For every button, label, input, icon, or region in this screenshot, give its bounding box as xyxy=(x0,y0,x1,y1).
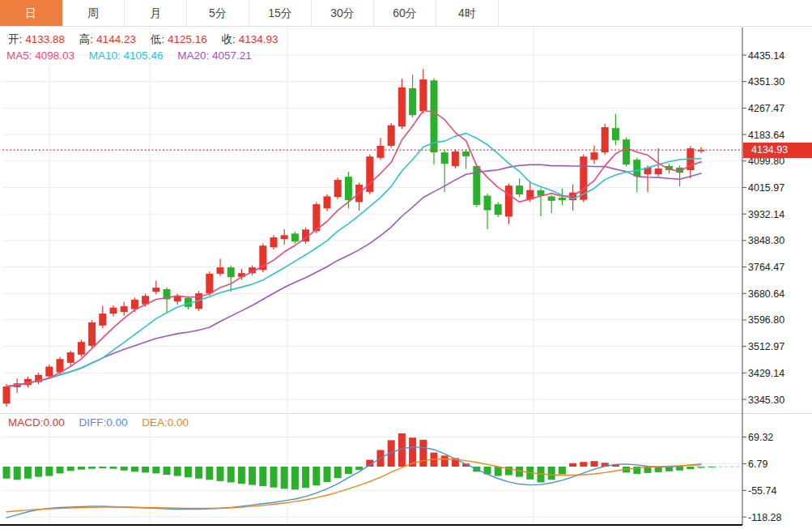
axis-tick-label: 3596.80 xyxy=(748,314,784,326)
ma10-line xyxy=(6,134,701,387)
candle-body xyxy=(45,367,53,377)
diff-value: DIFF:0.00 xyxy=(79,416,128,429)
macd-bar xyxy=(238,467,245,484)
ma20-value: MA20: 4057.21 xyxy=(177,49,252,62)
macd-value: MACD:0.00 xyxy=(8,416,65,429)
ma5-line xyxy=(6,111,701,387)
candle-body xyxy=(334,180,342,197)
macd-bar xyxy=(259,467,266,486)
high-label: 高: xyxy=(79,33,93,45)
candle-body xyxy=(3,386,11,403)
axis-tick-label: 3848.30 xyxy=(748,235,784,246)
candle-body xyxy=(324,196,331,208)
candle-body xyxy=(441,152,449,164)
macd-bar xyxy=(569,463,576,467)
candle-body xyxy=(270,237,278,247)
macd-bar xyxy=(312,467,320,485)
macd-bar xyxy=(548,467,555,480)
macd-bar xyxy=(270,467,278,488)
macd-bar xyxy=(164,467,171,475)
macd-bar xyxy=(419,440,427,467)
macd-bar xyxy=(217,467,224,481)
candle-body xyxy=(99,314,106,326)
candle-body xyxy=(516,186,523,194)
candle-body xyxy=(623,139,630,164)
ma10-value: MA10: 4105.46 xyxy=(89,49,164,62)
candle-body xyxy=(398,87,406,126)
macd-bar xyxy=(3,467,11,479)
candle-body xyxy=(377,146,385,158)
candle-body xyxy=(591,152,598,160)
macd-bar xyxy=(88,467,96,469)
close-value: 4134.93 xyxy=(239,33,278,45)
macd-bar xyxy=(302,467,309,488)
candle-body xyxy=(345,177,352,200)
macd-bar xyxy=(495,467,502,476)
macd-bar xyxy=(206,467,213,480)
candle-body xyxy=(419,79,427,111)
axis-tick-label: 69.32 xyxy=(748,432,773,443)
axis-tick-label: 4183.64 xyxy=(748,130,784,141)
candle-body xyxy=(174,296,181,302)
candle-body xyxy=(452,151,459,166)
candle-body xyxy=(227,267,235,277)
macd-bar xyxy=(591,461,598,467)
candle-body xyxy=(602,127,609,152)
candlestick-chart-canvas[interactable]: 4435.144351.304267.474183.644099.804015.… xyxy=(0,0,812,529)
macd-bar xyxy=(131,467,138,471)
candle-body xyxy=(281,235,288,239)
axis-tick-label: 3680.64 xyxy=(748,288,784,300)
candle-body xyxy=(217,267,224,274)
candle-body xyxy=(152,288,159,292)
axis-tick-label: 3512.97 xyxy=(748,341,784,352)
candle-body xyxy=(110,308,117,314)
gridlines xyxy=(2,28,742,525)
macd-bar xyxy=(78,467,85,470)
candle-body xyxy=(121,306,128,312)
candle-body xyxy=(388,126,395,146)
candle-body xyxy=(559,198,566,200)
low-label: 低: xyxy=(151,33,164,45)
macd-bar xyxy=(110,467,117,469)
axis-tick-label: 4435.14 xyxy=(748,50,784,62)
candle-body xyxy=(206,274,213,293)
macd-bar xyxy=(57,467,64,473)
axis-tick-label: 3429.14 xyxy=(748,368,784,379)
candle-body xyxy=(88,322,96,346)
macd-bar xyxy=(152,467,159,473)
macd-bar xyxy=(291,467,299,489)
macd-bar xyxy=(45,467,53,476)
macd-bar xyxy=(249,467,256,485)
axis-tick-label: 3345.30 xyxy=(748,395,784,406)
candle-body xyxy=(633,160,640,176)
ohlc-legend: 开:4133.88 高:4144.23 低:4125.16 收:4134.93 xyxy=(8,32,282,47)
axis-tick-label: -118.28 xyxy=(748,512,782,523)
candle-body xyxy=(505,186,512,216)
candle-body xyxy=(431,80,438,152)
axis-tick-label: 4267.47 xyxy=(748,103,784,114)
axis-tick-label: -55.74 xyxy=(748,485,776,497)
candle-body xyxy=(67,352,74,363)
macd-bar xyxy=(195,467,202,479)
candle-body xyxy=(291,233,299,241)
candle-body xyxy=(462,151,470,156)
last-price-tag: 4134.93 xyxy=(743,143,812,158)
axis-tick-label: 6.79 xyxy=(748,459,767,470)
axis-tick-label: 4351.30 xyxy=(748,76,784,87)
candle-body xyxy=(131,300,138,309)
axis-tick-label: 4015.97 xyxy=(748,182,784,194)
chart-area[interactable]: 4435.144351.304267.474183.644099.804015.… xyxy=(0,0,812,529)
dea-value: DEA:0.00 xyxy=(142,416,189,429)
macd-bar xyxy=(14,467,21,480)
axis-tick-label: 3764.47 xyxy=(748,262,784,273)
macd-legend: MACD:0.00 DIFF:0.00 DEA:0.00 xyxy=(8,416,192,429)
open-label: 开: xyxy=(8,33,22,45)
macd-histogram xyxy=(3,433,716,489)
macd-bar xyxy=(35,467,42,477)
macd-bar xyxy=(227,467,235,482)
axis-tick-label: 3932.14 xyxy=(748,209,784,220)
candle-body xyxy=(655,169,662,174)
macd-bar xyxy=(121,467,128,471)
macd-bar xyxy=(142,467,149,472)
candle-body xyxy=(57,359,64,372)
